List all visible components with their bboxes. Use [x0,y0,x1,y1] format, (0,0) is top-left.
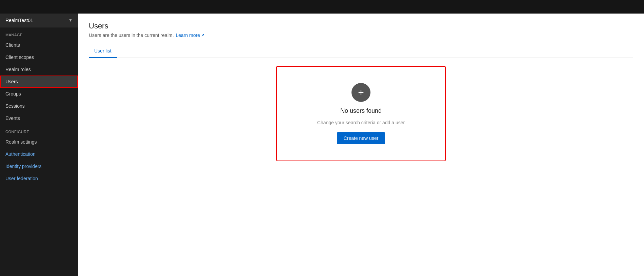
add-user-icon: + [351,83,370,102]
learn-more-link[interactable]: Learn more ↗ [176,33,205,38]
sidebar: RealmTest01 ▼ Manage Clients Client scop… [0,14,78,276]
top-bar [0,0,644,14]
sidebar-item-sessions[interactable]: Sessions [0,100,78,112]
manage-section-label: Manage [0,27,78,39]
sidebar-item-authentication[interactable]: Authentication [0,148,78,160]
sidebar-item-realm-settings[interactable]: Realm settings [0,136,78,148]
realm-selector[interactable]: RealmTest01 ▼ [0,14,78,27]
sidebar-item-groups[interactable]: Groups [0,88,78,100]
empty-state-card: + No users found Change your search crit… [276,66,446,161]
sidebar-item-realm-roles[interactable]: Realm roles [0,63,78,76]
create-new-user-button[interactable]: Create new user [337,132,385,144]
main-layout: RealmTest01 ▼ Manage Clients Client scop… [0,14,644,276]
empty-state-subtitle: Change your search criteria or add a use… [317,120,405,125]
configure-section-label: Configure [0,124,78,136]
tabs-bar: User list [89,45,633,58]
tab-user-list[interactable]: User list [89,45,117,58]
empty-state-title: No users found [340,107,382,114]
main-content: Users Users are the users in the current… [78,14,644,276]
content-inner: Users Users are the users in the current… [78,14,644,276]
learn-more-label: Learn more [176,33,200,38]
realm-dropdown-icon: ▼ [68,18,73,23]
sidebar-item-client-scopes[interactable]: Client scopes [0,51,78,63]
subtitle-text: Users are the users in the current realm… [89,33,174,38]
realm-name: RealmTest01 [5,18,33,23]
sidebar-item-clients[interactable]: Clients [0,39,78,51]
sidebar-item-identity-providers[interactable]: Identity providers [0,160,78,172]
sidebar-item-users[interactable]: Users [0,76,78,88]
external-link-icon: ↗ [201,33,204,38]
sidebar-item-events[interactable]: Events [0,112,78,124]
sidebar-item-user-federation[interactable]: User federation [0,172,78,185]
page-title: Users [89,22,633,30]
page-subtitle: Users are the users in the current realm… [89,33,633,38]
